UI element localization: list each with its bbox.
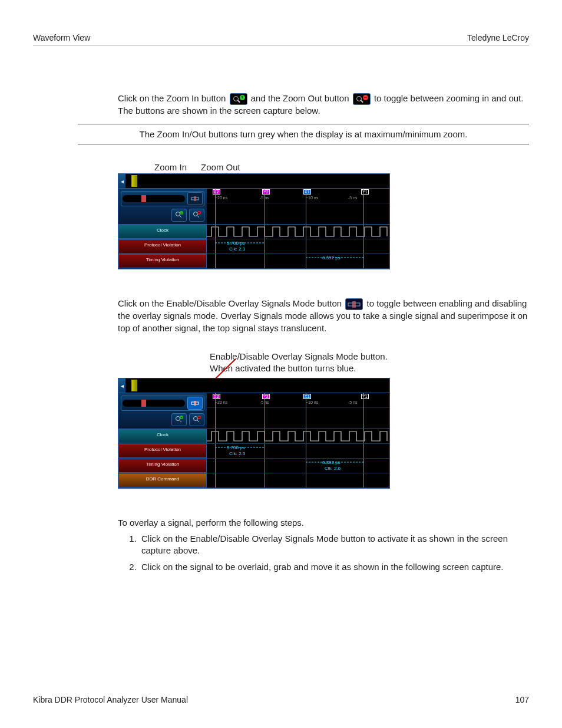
marker2-x2[interactable]: X2 [213,394,220,399]
svg-point-26 [194,417,198,421]
svg-text:+: + [180,211,183,215]
svg-line-11 [197,216,199,218]
page-footer: Kibra DDR Protocol Analyzer User Manual … [33,695,529,704]
marker2-y2[interactable]: Y2 [262,394,270,399]
svg-point-22 [176,417,180,421]
cursor-slider[interactable] [121,191,204,206]
collapse-handle[interactable]: ◂ [118,174,125,188]
marker-x1[interactable]: X1 [303,189,311,195]
signal-row-clock-2[interactable]: Clock [118,429,389,444]
svg-rect-5 [194,196,196,201]
zoom-out-button-2[interactable] [189,413,204,426]
footer-left: Kibra DDR Protocol Analyzer User Manual [33,695,188,704]
marker-y2[interactable]: Y2 [262,189,270,195]
step-1: Click on the Enable/Disable Overlay Sign… [139,533,529,557]
zoom-in-icon: + [230,93,247,105]
svg-text:+: + [180,416,183,419]
zoom-in-button-2[interactable]: + [171,413,187,426]
header-left: Waveform View [33,33,90,42]
svg-rect-17 [352,301,356,308]
svg-point-6 [176,212,180,216]
overlay-mode-button-active[interactable] [187,397,203,410]
zoom-in-button[interactable]: + [171,209,187,222]
paragraph-3: To overlay a signal, perform the followi… [118,517,529,529]
paragraph-1: Click on the Zoom In button + and the Zo… [118,93,529,117]
p1-b: and the Zoom Out button [251,93,352,103]
screenshot-overlay: ◂ + [118,378,390,489]
step-2: Click on the signal to be overlaid, grab… [139,561,529,573]
zoom-out-icon: – [353,93,371,105]
screenshot-zoom: ◂ + [118,173,390,269]
svg-line-23 [180,420,181,422]
p1-a: Click on the Zoom In button [118,93,229,103]
header-right: Teledyne LeCroy [467,33,529,42]
svg-line-27 [197,420,199,422]
callout-zoom-out: Zoom Out [201,162,240,172]
svg-point-10 [194,212,198,216]
signal-row-timing-2[interactable]: Timing Violation 6.392 ps Clk: 2.6 [118,459,389,473]
signal-row-timing[interactable]: Timing Violation 6.392 ps [118,254,389,269]
zoom-callouts: Zoom In Zoom Out [118,162,529,172]
page-header: Waveform View Teledyne LeCroy [33,33,529,45]
signal-row-protocol-2[interactable]: Protocol Violation 5.700 ps Clk: 2.3 [118,444,389,459]
overlay-mode-button[interactable] [187,192,203,205]
signal-row-ddr[interactable]: DDR Command [118,473,389,488]
footer-right: 107 [515,695,529,704]
marker-y1[interactable]: Y1 [361,189,369,195]
marker2-x1[interactable]: X1 [303,394,311,399]
svg-line-7 [180,216,181,218]
collapse-handle-2[interactable]: ◂ [118,378,125,393]
callout-zoom-in: Zoom In [154,162,187,172]
overlay-steps: Click on the Enable/Disable Overlay Sign… [139,533,529,574]
marker-x2[interactable]: X2 [213,189,220,195]
marker2-y1[interactable]: Y1 [361,394,369,399]
zoom-out-button[interactable] [189,209,204,222]
svg-rect-21 [194,401,196,406]
p2-a: Click on the Enable/Disable Overlay Sign… [118,298,344,308]
note-zoom-grey: The Zoom In/Out buttons turn grey when t… [78,124,529,144]
overlay-callout: Enable/Disable Overlay Signals Mode butt… [210,351,529,375]
paragraph-2: Click on the Enable/Disable Overlay Sign… [118,298,529,334]
signal-row-clock[interactable]: Clock [118,225,389,239]
signal-row-protocol[interactable]: Protocol Violation 5.700 ps Clk: 2.3 [118,239,389,254]
cursor-slider-2[interactable] [121,396,204,411]
overlay-mode-icon [345,298,363,310]
